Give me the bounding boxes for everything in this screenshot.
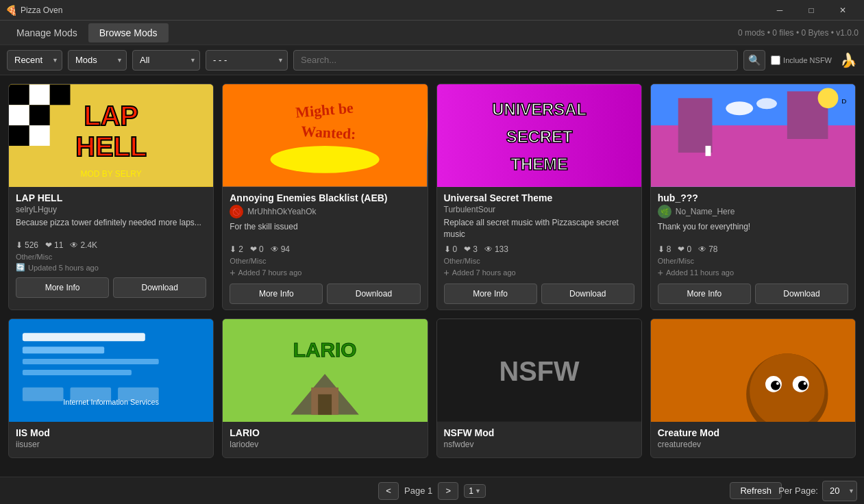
main-content: LAP HELL MOD BY SELRY LAP HELL selryLHgu… [0,75,864,477]
svg-text:LARIO: LARIO [293,338,357,361]
svg-rect-6 [9,125,29,146]
mod-updated-1: 🔄 Updated 5 hours ago [16,263,206,272]
author-name-1: selryLHguy [16,205,57,214]
mod-author-7: nsfwdev [444,440,634,449]
mod-card-5: Internet Information Services IIS Mod ii… [8,318,214,458]
more-info-button-2[interactable]: More Info [230,284,323,304]
svg-text:Wanted:: Wanted: [301,123,356,142]
more-info-button-1[interactable]: More Info [16,277,109,298]
downloads-stat-2: ⬇ 2 [230,244,243,254]
mod-stats-3: ⬇ 0 ❤ 3 👁 133 [444,244,634,254]
svg-text:NSFW: NSFW [499,356,580,386]
mod-updated-2: + Added 7 hours ago [230,267,420,278]
download-button-2[interactable]: Download [327,284,420,304]
svg-rect-44 [318,394,332,415]
mod-actions-1: More Info Download [16,277,206,298]
minimize-button[interactable]: ─ [764,0,795,21]
filters-bar: Recent Popular New Mods Textures Scripts… [0,45,864,75]
svg-rect-2 [29,84,50,105]
mod-thumbnail-5: Internet Information Services [9,319,213,422]
mod-desc-3: Replace all secret music with Pizzascape… [444,217,634,240]
download-button-1[interactable]: Download [113,277,206,298]
mod-category-4: Other/Misc [658,257,848,265]
author-avatar-2: 🚫 [230,205,243,218]
per-page-wrapper: Per Page: 20 10 50 [778,481,857,501]
mod-info-8: Creature Mod creaturedev [651,422,855,457]
svg-rect-35 [23,370,132,375]
mod-category-1: Other/Misc [16,253,206,261]
window-controls: ─ □ ✕ [764,0,859,21]
views-stat-3: 👁 133 [484,244,508,254]
search-button[interactable]: 🔍 [743,50,765,71]
svg-rect-39 [118,388,159,401]
mod-desc-1: Because pizza tower definitely needed mo… [16,217,206,236]
per-page-select-wrapper: 20 10 50 [822,481,857,501]
mods-grid: LAP HELL MOD BY SELRY LAP HELL selryLHgu… [8,84,856,458]
svg-rect-28 [705,146,711,156]
nsfw-checkbox[interactable] [771,55,780,65]
svg-text:LAP: LAP [84,101,138,131]
downloads-stat-4: ⬇ 8 [658,244,671,254]
download-button-3[interactable]: Download [541,284,634,304]
mod-author-2: 🚫 MrUhhhOkYeahOk [230,205,420,218]
nsfw-toggle: Include NSFW [771,55,832,65]
tab-browse-mods[interactable]: Browse Mods [88,23,169,42]
page-input-chevron: ▼ [475,488,481,494]
mod-info-4: hub_??? 🌿 No_Name_Here Thank you for eve… [651,187,855,310]
title-bar: 🍕 Pizza Oven ─ □ ✕ [0,0,864,21]
close-button[interactable]: ✕ [827,0,859,21]
svg-rect-24 [678,98,713,153]
mod-title-7: NSFW Mod [444,427,634,438]
update-icon-2: + [230,267,235,278]
sort-select[interactable]: Recent Popular New [7,50,62,71]
mod-author-5: iisuser [16,440,206,449]
svg-text:HELL: HELL [75,131,147,162]
search-input[interactable] [293,50,738,71]
mod-desc-4: Thank you for everything! [658,221,848,240]
refresh-button[interactable]: Refresh [730,482,782,499]
update-icon-1: 🔄 [16,263,25,272]
prev-page-button[interactable]: < [378,482,399,500]
category-select[interactable]: All Gameplay Audio Visual Other/Misc [132,50,200,71]
mod-stats-1: ⬇ 526 ❤ 11 👁 2.4K [16,240,206,250]
mod-thumbnail-3: UNIVERSAL SECRET THEME [437,84,641,187]
download-button-4[interactable]: Download [755,284,848,304]
next-page-button[interactable]: > [438,482,458,500]
downloads-stat-1: ⬇ 526 [16,240,38,250]
likes-stat-3: ❤ 3 [464,244,478,254]
app-icon: 🍕 [5,5,16,16]
banana-icon: 🍌 [840,52,857,68]
author-name-4: No_Name_Here [676,207,735,216]
svg-rect-3 [50,84,71,105]
more-info-button-4[interactable]: More Info [658,284,751,304]
update-icon-3: + [444,267,449,278]
per-page-select[interactable]: 20 10 50 [822,481,857,501]
author-name-7: nsfwdev [444,440,474,449]
more-info-button-3[interactable]: More Info [444,284,537,304]
svg-text:SECRET: SECRET [506,127,572,146]
update-icon-4: + [658,267,663,278]
mod-actions-2: More Info Download [230,284,420,304]
maximize-button[interactable]: □ [795,0,827,21]
mod-title-6: LARIO [230,427,420,438]
type-select[interactable]: Mods Textures Scripts [68,50,127,71]
svg-rect-33 [23,346,104,353]
svg-rect-38 [70,388,111,401]
mod-thumbnail-7: NSFW [437,319,641,422]
downloads-stat-3: ⬇ 0 [444,244,458,254]
current-page-label: Page 1 [404,486,432,496]
mod-title-2: Annoying Enemies Blacklist (AEB) [230,192,420,203]
page-input-wrapper: 1 ▼ [464,484,486,498]
mod-info-7: NSFW Mod nsfwdev [437,422,641,457]
likes-stat-1: ❤ 11 [45,240,63,250]
author-name-2: MrUhhhOkYeahOk [247,207,316,216]
mod-card-4: D hub_??? 🌿 No_Name_Here Thank you for e… [650,84,856,310]
mod-title-4: hub_??? [658,192,848,203]
tab-manage-mods[interactable]: Manage Mods [5,23,88,42]
svg-point-30 [756,98,777,109]
views-stat-2: 👁 94 [271,244,290,254]
game-select[interactable]: - - - [206,50,288,71]
mod-category-3: Other/Misc [444,257,634,265]
svg-point-12 [271,146,380,173]
mod-thumbnail-1: LAP HELL MOD BY SELRY [9,84,213,187]
